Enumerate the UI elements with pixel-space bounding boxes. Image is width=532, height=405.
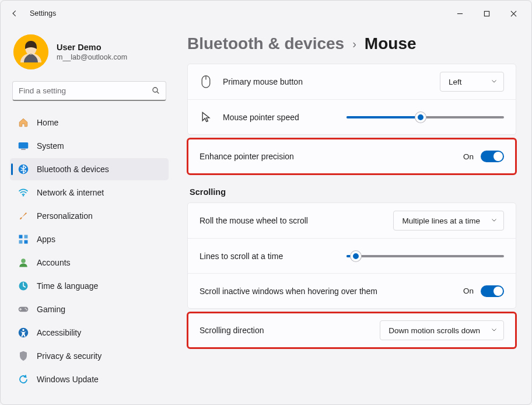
card-scroll-direction: Scrolling direction Down motion scrolls … — [187, 312, 516, 348]
svg-point-11 — [21, 259, 26, 263]
row-label: Lines to scroll at a time — [200, 252, 283, 261]
scroll-inactive-toggle[interactable]: On — [463, 285, 504, 297]
search-input[interactable] — [12, 81, 166, 101]
row-lines-to-scroll: Lines to scroll at a time — [188, 238, 516, 273]
sidebar-item-label: Personalization — [37, 211, 93, 221]
main-panel: Bluetooth & devices › Mouse Primary mous… — [176, 26, 531, 404]
window-title: Settings — [30, 9, 56, 18]
lines-to-scroll-slider[interactable] — [346, 250, 504, 262]
person-icon — [18, 257, 29, 268]
sidebar-item-personalization[interactable]: Personalization — [10, 205, 169, 227]
toggle-state: On — [463, 152, 474, 161]
row-pointer-speed: Mouse pointer speed — [188, 99, 516, 134]
dropdown-value: Left — [449, 78, 462, 86]
sidebar-item-label: Gaming — [37, 305, 65, 314]
chevron-right-icon: › — [352, 37, 356, 51]
sidebar-item-privacy-security[interactable]: Privacy & security — [10, 345, 169, 367]
dropdown-value: Down motion scrolls down — [388, 326, 480, 335]
pointer-speed-slider[interactable] — [346, 111, 504, 123]
breadcrumb-current: Mouse — [365, 34, 416, 53]
sidebar-item-gaming[interactable]: Gaming — [10, 298, 169, 320]
back-button[interactable] — [5, 4, 24, 23]
sidebar-item-apps[interactable]: Apps — [10, 228, 169, 250]
user-meta: User Demo m__lab@outlook.com — [57, 43, 127, 61]
svg-point-6 — [23, 195, 24, 196]
toggle-switch[interactable] — [481, 285, 504, 297]
svg-rect-10 — [24, 240, 28, 244]
sidebar-item-accounts[interactable]: Accounts — [10, 252, 169, 274]
sidebar-item-home[interactable]: Home — [10, 111, 169, 134]
row-label: Scrolling direction — [200, 326, 264, 335]
toggle-switch[interactable] — [481, 151, 504, 162]
svg-rect-8 — [24, 235, 28, 239]
svg-rect-9 — [19, 240, 23, 244]
svg-rect-0 — [484, 11, 489, 16]
svg-rect-7 — [19, 235, 23, 239]
brush-icon — [18, 211, 29, 221]
slider-thumb[interactable] — [351, 251, 361, 261]
row-label: Primary mouse button — [223, 77, 303, 86]
row-label: Roll the mouse wheel to scroll — [200, 216, 308, 225]
row-label: Scroll inactive windows when hovering ov… — [200, 287, 377, 296]
slider-thumb[interactable] — [415, 112, 426, 123]
sidebar-item-label: Bluetooth & devices — [37, 165, 109, 174]
sidebar-item-network[interactable]: Network & internet — [10, 181, 169, 204]
system-icon — [18, 142, 29, 150]
row-label: Mouse pointer speed — [223, 113, 299, 122]
sidebar-item-label: Accounts — [37, 258, 71, 267]
sidebar-item-label: System — [37, 141, 64, 151]
sidebar-item-windows-update[interactable]: Windows Update — [10, 368, 169, 390]
row-primary-mouse-button: Primary mouse button Left — [188, 64, 516, 99]
shield-icon — [18, 351, 29, 361]
roll-wheel-dropdown[interactable]: Multiple lines at a time — [393, 211, 504, 231]
svg-rect-4 — [21, 149, 26, 150]
row-label: Enhance pointer precision — [200, 152, 294, 161]
cursor-icon — [200, 111, 212, 123]
sidebar-item-label: Network & internet — [37, 188, 104, 197]
user-profile[interactable]: User Demo m__lab@outlook.com — [10, 32, 169, 78]
sidebar-item-label: Accessibility — [37, 328, 81, 337]
user-email: m__lab@outlook.com — [57, 53, 127, 61]
chevron-down-icon — [491, 326, 498, 335]
chevron-down-icon — [491, 78, 498, 86]
row-enhance-precision: Enhance pointer precision On — [188, 139, 516, 174]
toggle-state: On — [463, 287, 474, 295]
svg-point-14 — [24, 308, 26, 309]
primary-button-dropdown[interactable]: Left — [440, 72, 504, 92]
sidebar-item-label: Time & language — [37, 281, 98, 291]
search-icon — [151, 86, 160, 97]
breadcrumb-parent[interactable]: Bluetooth & devices — [187, 34, 344, 53]
card-scrolling: Roll the mouse wheel to scroll Multiple … — [187, 202, 516, 309]
window-controls — [446, 4, 527, 23]
section-scrolling-header: Scrolling — [190, 187, 516, 197]
avatar — [13, 34, 48, 69]
row-scroll-direction: Scrolling direction Down motion scrolls … — [188, 313, 516, 348]
svg-point-17 — [22, 329, 24, 331]
gamepad-icon — [18, 305, 29, 313]
sidebar-item-bluetooth-devices[interactable]: Bluetooth & devices — [10, 158, 169, 180]
search-box[interactable] — [12, 81, 166, 101]
card-enhance-precision: Enhance pointer precision On — [187, 138, 516, 174]
minimize-button[interactable] — [446, 4, 473, 23]
wifi-icon — [18, 188, 29, 197]
home-icon — [18, 117, 29, 128]
sidebar: User Demo m__lab@outlook.com Home System — [1, 26, 176, 404]
enhance-precision-toggle[interactable]: On — [463, 151, 504, 162]
svg-rect-3 — [19, 142, 29, 149]
accessibility-icon — [18, 327, 29, 338]
maximize-button[interactable] — [473, 4, 500, 23]
sidebar-item-time-language[interactable]: Time & language — [10, 275, 169, 297]
user-name: User Demo — [57, 43, 127, 52]
settings-window: Settings User Demo m__lab@outlook.com — [0, 0, 532, 405]
card-mouse-basics: Primary mouse button Left Mouse pointer … — [187, 64, 516, 135]
close-button[interactable] — [500, 4, 527, 23]
sidebar-item-accessibility[interactable]: Accessibility — [10, 322, 169, 344]
sidebar-item-system[interactable]: System — [10, 135, 169, 157]
breadcrumb: Bluetooth & devices › Mouse — [187, 34, 516, 53]
sidebar-item-label: Windows Update — [37, 375, 99, 384]
row-roll-wheel: Roll the mouse wheel to scroll Multiple … — [188, 203, 516, 238]
mouse-icon — [200, 75, 212, 88]
apps-icon — [18, 234, 29, 245]
scroll-direction-dropdown[interactable]: Down motion scrolls down — [380, 320, 504, 340]
sidebar-item-label: Privacy & security — [37, 351, 102, 361]
